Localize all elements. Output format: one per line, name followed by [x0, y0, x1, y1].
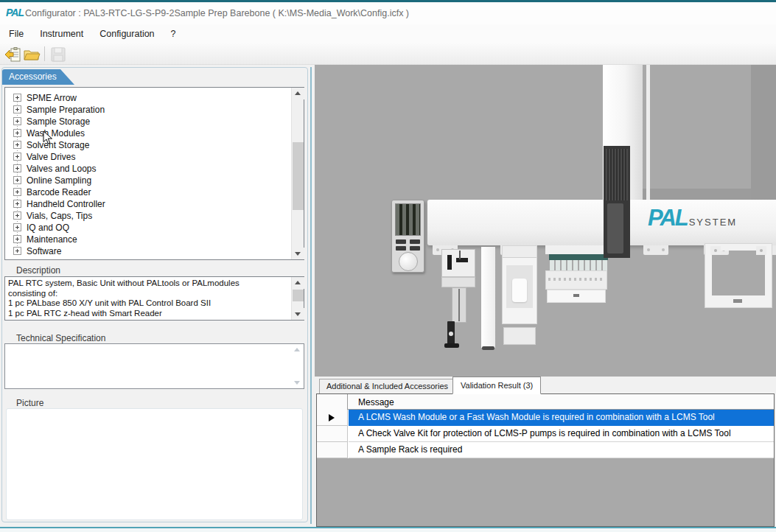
expand-plus-icon[interactable]: [13, 117, 21, 125]
message-cell[interactable]: A Sample Rack is required: [349, 442, 774, 458]
wash-bottle: [512, 279, 527, 302]
tree-item-vials-caps-tips[interactable]: Vials, Caps, Tips: [5, 210, 291, 222]
z-head-texture: [606, 149, 628, 200]
menu-help[interactable]: ?: [164, 26, 183, 42]
save-button[interactable]: [49, 45, 67, 63]
tree-scrollbar[interactable]: [291, 88, 304, 259]
tree-item-online-sampling[interactable]: Online Sampling: [5, 175, 291, 186]
system-logo-text: SYSTEM: [689, 217, 737, 228]
technical-specification-scrollbar[interactable]: [291, 344, 304, 388]
message-cell[interactable]: A Check Valve Kit for protection of LCMS…: [349, 426, 774, 442]
table-row[interactable]: A Check Valve Kit for protection of LCMS…: [317, 426, 774, 442]
wash-module-top: [503, 246, 536, 258]
expand-plus-icon[interactable]: [13, 200, 21, 208]
tree-item-software[interactable]: Software: [5, 245, 291, 257]
table-header-row: Message: [317, 394, 774, 410]
column-header-message[interactable]: Message: [358, 397, 394, 407]
support-leg: [481, 247, 495, 348]
table-corner-cell[interactable]: [317, 394, 348, 410]
import-config-button[interactable]: [3, 45, 21, 63]
pal-app-icon: PAL: [6, 7, 24, 18]
scrollbar-thumb[interactable]: [293, 142, 304, 210]
title-bar: PAL Configurator : PAL3-RTC-LG-S-P9-2Sam…: [0, 2, 776, 24]
table-row[interactable]: A Sample Rack is required: [317, 442, 774, 458]
expand-plus-icon[interactable]: [13, 153, 21, 161]
picture-box: [6, 408, 303, 520]
expand-plus-icon[interactable]: [13, 94, 21, 102]
menu-bar: File Instrument Configuration ?: [0, 24, 776, 43]
description-box[interactable]: PAL RTC system, Basic Unit without PALto…: [4, 276, 304, 321]
controller-button: [396, 239, 406, 244]
tree-item-maintenance[interactable]: Maintenance: [5, 234, 291, 245]
validation-result-table: Message A LCMS Wash Module or a Fast Was…: [316, 393, 775, 527]
accessories-tree[interactable]: SPME Arrow Sample Preparation Sample Sto…: [4, 87, 304, 260]
pal-system-logo: PALSYSTEM: [648, 205, 737, 231]
description-text: PAL RTC system, Basic Unit without PALto…: [8, 279, 290, 318]
technical-specification-box[interactable]: [4, 343, 304, 389]
tree-item-valve-drives[interactable]: Valve Drives: [5, 151, 291, 163]
expand-plus-icon[interactable]: [13, 141, 21, 149]
menu-file[interactable]: File: [1, 26, 31, 42]
vial: [573, 254, 578, 272]
row-header-cell[interactable]: [317, 442, 348, 458]
scroll-down-icon[interactable]: [292, 248, 304, 259]
window-bottom-border: [0, 527, 776, 532]
z-head: [604, 146, 630, 258]
tree-item-sample-preparation[interactable]: Sample Preparation: [5, 104, 291, 116]
vial: [562, 254, 566, 272]
tool-foot: [444, 343, 459, 348]
expand-plus-icon[interactable]: [13, 176, 21, 184]
frame-screw-tab: [710, 246, 721, 255]
import-config-icon: [4, 47, 21, 62]
tab-additional-included-accessories[interactable]: Additional & Included Accessories: [319, 379, 455, 393]
tool-detail: [447, 255, 452, 270]
beam-bracket: [643, 245, 668, 255]
scroll-down-icon[interactable]: [291, 377, 304, 388]
support-leg-foot: [482, 346, 494, 350]
scrollbar-thumb[interactable]: [293, 290, 304, 301]
row-header-cell[interactable]: [317, 410, 348, 426]
menu-configuration[interactable]: Configuration: [92, 26, 161, 42]
frame-bottom-bar: [705, 295, 772, 307]
expand-plus-icon[interactable]: [13, 223, 21, 231]
vial-tray-mount: [545, 245, 607, 254]
controller-button: [396, 246, 406, 251]
scroll-down-icon[interactable]: [292, 308, 304, 320]
tree-item-spme-arrow[interactable]: SPME Arrow: [5, 92, 291, 104]
expand-plus-icon[interactable]: [13, 188, 21, 196]
vial: [585, 254, 590, 272]
scroll-up-icon[interactable]: [292, 88, 304, 99]
expand-plus-icon[interactable]: [13, 247, 21, 255]
menu-instrument[interactable]: Instrument: [32, 26, 91, 42]
wash-module-recess: [506, 265, 533, 308]
tree-item-sample-storage[interactable]: Sample Storage: [5, 116, 291, 127]
expand-plus-icon[interactable]: [13, 235, 21, 243]
row-header-cell[interactable]: [317, 426, 348, 442]
frame-notch: [733, 299, 742, 303]
tree-viewport: SPME Arrow Sample Preparation Sample Sto…: [5, 88, 291, 259]
vial-tray-plug: [573, 294, 579, 297]
picture-label: Picture: [16, 398, 43, 408]
expand-plus-icon[interactable]: [13, 211, 21, 220]
description-scrollbar[interactable]: [291, 277, 304, 320]
save-icon: [51, 47, 66, 62]
tree-item-handheld-controller[interactable]: Handheld Controller: [5, 198, 291, 210]
window-title: Configurator : PAL3-RTC-LG-S-P9-2Sample …: [25, 8, 409, 18]
expand-plus-icon[interactable]: [13, 164, 21, 172]
toolbar-separator: [44, 46, 45, 61]
tree-item-iq-and-oq[interactable]: IQ and OQ: [5, 222, 291, 234]
message-cell[interactable]: A LCMS Wash Module or a Fast Wash Module…: [349, 410, 774, 426]
vial: [567, 254, 572, 272]
tree-item-valves-and-loops[interactable]: Valves and Loops: [5, 163, 291, 175]
table-row[interactable]: A LCMS Wash Module or a Fast Wash Module…: [317, 410, 774, 426]
panel-splitter[interactable]: [310, 67, 312, 524]
expand-plus-icon[interactable]: [13, 129, 21, 137]
open-file-button[interactable]: [23, 45, 41, 63]
tab-validation-result[interactable]: Validation Result (3): [452, 377, 541, 394]
expand-plus-icon[interactable]: [13, 105, 21, 113]
tool-clamp-hole: [449, 332, 453, 336]
scroll-up-icon[interactable]: [292, 277, 304, 289]
scroll-up-icon[interactable]: [291, 344, 304, 356]
vial: [556, 254, 560, 272]
tree-item-barcode-reader[interactable]: Barcode Reader: [5, 186, 291, 198]
